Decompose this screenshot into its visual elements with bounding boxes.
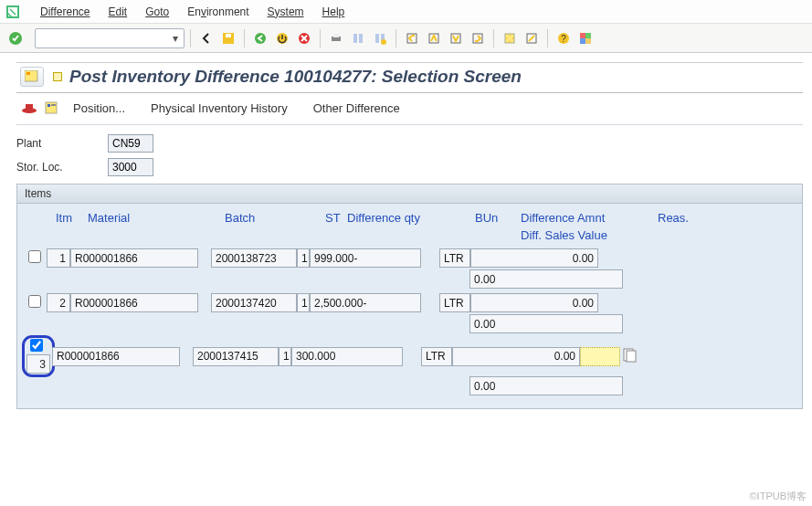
menu-bar: Difference Edit Goto Environment System … [0, 0, 812, 24]
table-subrow: 0.00 [25, 375, 795, 399]
svg-rect-3 [226, 34, 231, 37]
new-session-button[interactable] [500, 28, 520, 48]
cell-itm: 3 [26, 354, 50, 374]
last-page-button[interactable] [468, 28, 488, 48]
cancel-button[interactable] [294, 28, 314, 48]
svg-rect-32 [51, 104, 56, 106]
nav-back-button[interactable] [250, 28, 270, 48]
find-button[interactable] [348, 28, 368, 48]
cell-material[interactable]: R000001866 [52, 347, 180, 366]
app-toolbar: Position... Physical Inventory History O… [16, 93, 803, 125]
command-field[interactable]: ▾ [35, 28, 185, 48]
table-row: 2R000001866200013742012,500.000-LTR0.00 [25, 292, 795, 313]
items-header: Items [17, 184, 802, 204]
cell-diff-qty[interactable]: 300.000 [291, 347, 403, 366]
cell-diff-sales-value[interactable]: 0.00 [469, 376, 623, 395]
svg-rect-31 [47, 104, 50, 107]
svg-rect-29 [26, 104, 33, 111]
cell-itm: 2 [47, 293, 70, 312]
row-select-checkbox[interactable] [30, 339, 43, 352]
cell-material[interactable]: R000001866 [70, 293, 198, 312]
row-select-checkbox[interactable] [28, 250, 41, 263]
position-button[interactable]: Position... [68, 100, 131, 117]
svg-rect-23 [585, 33, 591, 38]
plant-label: Plant [16, 137, 108, 150]
col-itm: Itm [56, 211, 88, 225]
position-icon[interactable] [44, 99, 62, 117]
menu-difference[interactable]: Difference [31, 4, 99, 20]
table-row: 3R00000186620001374151300.000LTR0.00 [25, 337, 795, 375]
window-menu-icon[interactable] [4, 3, 22, 21]
standard-toolbar: ▾ ? [0, 24, 812, 53]
cell-reason[interactable] [580, 347, 620, 366]
cell-itm: 1 [47, 248, 70, 268]
help-button[interactable]: ? [554, 28, 574, 48]
chevron-down-icon[interactable]: ▾ [169, 32, 182, 45]
cell-st[interactable]: 1 [279, 347, 291, 366]
storage-location-input[interactable] [108, 158, 153, 176]
other-difference-button[interactable]: Other Difference [308, 100, 406, 117]
selection-variant-icon[interactable] [20, 67, 44, 87]
svg-text:?: ? [561, 34, 566, 44]
prev-page-button[interactable] [424, 28, 444, 48]
cell-bun: LTR [421, 347, 452, 366]
svg-rect-9 [353, 34, 357, 43]
cell-diff-qty[interactable]: 999.000- [310, 248, 421, 268]
svg-rect-24 [580, 38, 585, 44]
variant-dropdown-icon[interactable] [53, 72, 62, 81]
exit-button[interactable] [272, 28, 292, 48]
col-st: ST [325, 211, 347, 225]
svg-rect-8 [333, 34, 339, 37]
enter-button[interactable] [5, 28, 26, 48]
column-headers: Itm Material Batch ST Difference qty BUn… [25, 211, 795, 228]
cell-diff-sales-value[interactable]: 0.00 [469, 314, 623, 333]
watermark: ©ITPUB博客 [750, 490, 807, 503]
col-batch: Batch [225, 211, 325, 225]
cell-batch[interactable]: 2000138723 [211, 248, 297, 268]
menu-edit[interactable]: Edit [99, 4, 136, 20]
col-reas: Reas. [658, 211, 703, 225]
cell-diff-sales-value[interactable]: 0.00 [469, 269, 623, 289]
cell-diff-amnt[interactable]: 0.00 [470, 248, 598, 268]
svg-rect-27 [26, 72, 30, 75]
first-page-button[interactable] [402, 28, 422, 48]
hat-icon[interactable] [20, 99, 38, 117]
command-input[interactable] [41, 32, 169, 45]
col-bun: BUn [475, 211, 521, 225]
svg-point-13 [381, 39, 386, 45]
plant-input[interactable] [108, 134, 153, 153]
title-bar: Post Inventory Difference 100104277: Sel… [16, 62, 803, 93]
cell-bun: LTR [439, 293, 470, 312]
cell-material[interactable]: R000001866 [70, 248, 198, 268]
cell-st[interactable]: 1 [297, 248, 310, 268]
menu-system[interactable]: System [258, 4, 313, 20]
back-button[interactable] [196, 28, 216, 48]
save-button[interactable] [218, 28, 238, 48]
find-next-button[interactable] [370, 28, 390, 48]
cell-diff-qty[interactable]: 2,500.000- [310, 293, 421, 312]
items-panel: Items Itm Material Batch ST Difference q… [16, 184, 803, 409]
next-page-button[interactable] [446, 28, 466, 48]
phys-inv-history-button[interactable]: Physical Inventory History [145, 100, 293, 117]
cell-st[interactable]: 1 [297, 293, 310, 312]
cell-batch[interactable]: 2000137420 [211, 293, 297, 312]
header-fields: Plant Stor. Loc. [16, 125, 803, 178]
svg-rect-26 [25, 70, 37, 81]
cell-diff-amnt[interactable]: 0.00 [452, 347, 580, 366]
shortcut-button[interactable] [522, 28, 542, 48]
cell-batch[interactable]: 2000137415 [193, 347, 279, 366]
layout-button[interactable] [575, 28, 596, 48]
row-select-checkbox[interactable] [28, 295, 41, 308]
col-diff-qty: Difference qty [347, 211, 475, 225]
storage-location-label: Stor. Loc. [16, 161, 108, 174]
menu-help[interactable]: Help [313, 4, 354, 20]
col-diff-sales-value: Diff. Sales Value [521, 228, 607, 242]
svg-rect-22 [580, 33, 585, 38]
search-help-icon[interactable] [623, 348, 638, 365]
cell-diff-amnt[interactable]: 0.00 [470, 293, 598, 312]
print-button[interactable] [326, 28, 346, 48]
table-row: 1R00000186620001387231999.000-LTR0.00 [25, 248, 795, 269]
menu-environment[interactable]: Environment [178, 4, 258, 20]
menu-goto[interactable]: Goto [136, 4, 178, 20]
svg-rect-11 [375, 34, 379, 43]
